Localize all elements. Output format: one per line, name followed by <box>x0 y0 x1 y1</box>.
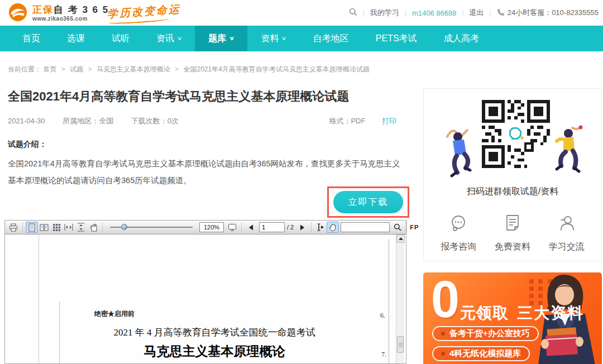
region: 所属地区：全国 <box>63 117 113 125</box>
download-count: 下载次数：0次 <box>131 117 179 125</box>
header-utilities: | 我的学习 | m1406 86688 | 退出 | 24小时客服：010-8… <box>349 0 599 26</box>
format-value: PDF <box>351 117 365 125</box>
nav-item-news[interactable]: 资讯∨ <box>143 26 195 51</box>
brand-text: 正保自 考 3 6 5 www.zikao365.com <box>32 5 109 22</box>
rotate-page-icon[interactable] <box>87 222 99 233</box>
nav-item-pets-exam[interactable]: PETS考试 <box>362 26 430 51</box>
zoom-level-value[interactable]: 120% <box>199 222 224 232</box>
breadcrumb-subject[interactable]: 马克思主义基本原理概论 <box>97 65 170 73</box>
region-label: 所属地区： <box>63 117 99 125</box>
pdf-search-icon[interactable] <box>391 222 404 233</box>
single-page-view-icon[interactable] <box>26 222 38 233</box>
page: 正保自 考 3 6 5 www.zikao365.com 学历改变命运 | 我的… <box>0 0 603 364</box>
nav-label: 题库 <box>208 26 226 51</box>
download-button[interactable]: 立即下载 <box>333 191 403 213</box>
brand-logo[interactable]: 正保自 考 3 6 5 www.zikao365.com <box>8 2 109 25</box>
nav-item-materials[interactable]: 资料∨ <box>247 26 299 51</box>
pdf-search-input[interactable] <box>341 222 390 232</box>
print-link[interactable]: 打印 <box>382 117 396 125</box>
next-page-icon[interactable] <box>296 222 308 233</box>
nav-label: PETS考试 <box>376 26 417 51</box>
phone-icon <box>497 8 505 18</box>
banner-bullet-text: 备考干货+办公室技巧 <box>449 328 530 339</box>
breadcrumb-exams[interactable]: 试题 <box>70 65 83 73</box>
format-label: 格式： <box>329 117 351 125</box>
text-select-tool-icon[interactable] <box>314 222 327 233</box>
brand-url: www.zikao365.com <box>32 16 109 22</box>
two-page-view-icon[interactable] <box>38 222 50 233</box>
chevron-down-icon: ∨ <box>177 26 183 51</box>
quick-link-consult[interactable]: 报考咨询 <box>441 213 476 253</box>
breadcrumb-separator: > <box>88 65 92 73</box>
divider: | <box>462 9 463 17</box>
pdf-toolbar: 120% / 2 FP <box>5 221 406 234</box>
breadcrumb-home[interactable]: 首页 <box>43 65 56 73</box>
pdf-document-area[interactable]: 绝密★启用前 2021 年 4 月高等教育自学考试全国统一命题考试 马克思主义基… <box>5 234 406 363</box>
pdf-viewer: 120% / 2 FP <box>4 220 406 364</box>
page-edge-line <box>39 234 39 363</box>
pdf-scrollbar[interactable] <box>396 234 404 363</box>
toolbar-divider <box>22 222 23 232</box>
logout-link[interactable]: 退出 <box>470 8 484 18</box>
toolbar-divider <box>406 222 407 232</box>
quick-link-label: 报考咨询 <box>441 241 476 253</box>
quick-link-study-exchange[interactable]: 学习交流 <box>549 213 585 253</box>
pdf-plugin-brand: FP <box>410 224 419 231</box>
doc-margin-number: 6. <box>380 312 385 320</box>
divider: | <box>490 9 491 17</box>
toolbar-divider <box>311 222 312 232</box>
page-number-input[interactable] <box>259 222 285 232</box>
nav-label: 资讯 <box>156 26 174 51</box>
nav-item-home[interactable]: 首页 <box>9 26 54 51</box>
nav-item-adult-gaokao[interactable]: 成人高考 <box>430 26 493 51</box>
nav-label: 成人高考 <box>444 26 480 51</box>
my-learning-link[interactable]: 我的学习 <box>370 8 399 18</box>
page-title: 全国2021年4月高等教育自学考试马克思主义基本原理概论试题 <box>8 88 410 105</box>
qr-caption: 扫码进群领取试题/资料 <box>424 186 601 198</box>
quick-link-free-materials[interactable]: 免费资料 <box>495 213 530 253</box>
search-icon[interactable] <box>349 8 357 18</box>
download-count-value: 0次 <box>168 117 179 125</box>
divider: | <box>405 9 406 17</box>
main-nav: 首页 选课 试听 资讯∨ 题库∨ 资料∨ 自考地区 PETS考试 成人高考 <box>0 26 603 51</box>
nav-item-regions[interactable]: 自考地区 <box>300 26 362 51</box>
scrollbar-thumb[interactable] <box>397 336 404 353</box>
breadcrumb-separator: > <box>175 65 179 73</box>
promo-banner[interactable]: 0 元领取 三大资料 备考干货+办公室技巧 4科无纸化模拟题库 <box>423 272 602 364</box>
brand-name-cn: 正保 <box>32 4 54 15</box>
fit-width-icon[interactable] <box>63 222 75 233</box>
banner-headline-2: 三大资料 <box>517 303 584 324</box>
document-icon <box>502 213 523 236</box>
zoom-slider-thumb[interactable] <box>121 224 127 230</box>
thumbnail-grid-view-icon[interactable] <box>50 222 63 233</box>
article-meta: 2021-04-30 所属地区：全国 下载次数：0次 格式：PDF 打印 <box>8 116 410 126</box>
banner-bullet-2: 4科无纸化模拟题库 <box>432 346 530 361</box>
hand-tool-icon[interactable] <box>327 222 339 233</box>
brand-name-rest: 自 考 3 6 5 <box>54 4 109 15</box>
scroll-up-icon[interactable] <box>396 234 405 243</box>
fullscreen-monitor-icon[interactable] <box>226 222 238 233</box>
print-icon[interactable] <box>7 222 20 233</box>
nav-item-question-bank[interactable]: 题库∨ <box>195 26 247 51</box>
nav-label: 自考地区 <box>313 26 349 51</box>
nav-label: 资料 <box>261 26 279 51</box>
breadcrumb-prefix: 当前位置： <box>8 65 41 73</box>
nav-item-courses[interactable]: 选课 <box>54 26 98 51</box>
banner-bullet-1: 备考干货+办公室技巧 <box>432 326 539 341</box>
meta-right: 格式：PDF 打印 <box>329 116 396 126</box>
divider: | <box>363 9 365 17</box>
nav-item-audition[interactable]: 试听 <box>98 26 143 51</box>
fit-height-icon[interactable] <box>75 222 87 233</box>
previous-page-icon[interactable] <box>245 222 257 233</box>
quick-link-label: 学习交流 <box>549 241 585 253</box>
breadcrumb-current-page: 全国2021年4月高等教育自学考试马克思主义基本原理概论试题 <box>183 65 369 73</box>
breadcrumb-separator: > <box>61 65 65 73</box>
download-count-label: 下载次数： <box>131 117 168 125</box>
intro-heading: 试题介绍： <box>8 140 47 150</box>
nav-label: 试听 <box>112 26 130 51</box>
zoom-slider[interactable] <box>109 222 194 233</box>
brand-name: 正保自 考 3 6 5 <box>32 4 109 15</box>
quick-link-label: 免费资料 <box>495 241 530 253</box>
banner-bullet-text: 4科无纸化模拟题库 <box>449 348 521 359</box>
username-link[interactable]: m1406 86688 <box>412 9 457 17</box>
